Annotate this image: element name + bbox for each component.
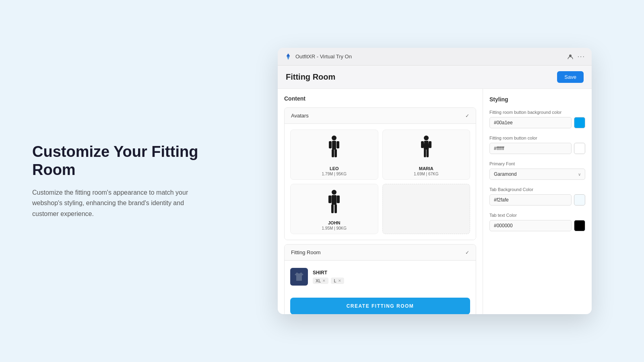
tab-text-color-field: Tab text Color <box>489 213 585 231</box>
font-chevron-icon: ∨ <box>578 172 581 177</box>
avatar-figure-john <box>326 189 342 217</box>
fitting-room-body: SHIRT XL ✕ L ✕ <box>285 261 476 293</box>
app-logo-icon <box>284 53 292 61</box>
avatar-card-john[interactable]: JOHN 1.95M | 90KG <box>290 184 378 234</box>
save-button[interactable]: Save <box>557 71 584 83</box>
svg-rect-3 <box>329 141 332 148</box>
avatar-card-maria[interactable]: MARIA 1.69M | 67KG <box>382 130 471 180</box>
fitting-room-chevron-icon: ✓ <box>465 250 469 255</box>
btn-color-label: Fitting room button color <box>489 136 585 140</box>
avatars-accordion: Avatars ✓ <box>284 107 476 240</box>
tab-bg-color-input[interactable] <box>489 194 572 206</box>
svg-rect-5 <box>332 149 334 157</box>
main-area: Content Avatars ✓ <box>278 89 592 314</box>
remove-size-xl-icon[interactable]: ✕ <box>322 279 326 283</box>
shirt-label: SHIRT <box>313 270 344 276</box>
title-bar-left: OutfitXR - Virtual Try On <box>284 53 352 61</box>
avatar-name-john: JOHN <box>328 220 341 225</box>
svg-rect-11 <box>426 149 429 157</box>
fitting-room-header: Fitting Room Save <box>278 66 592 89</box>
create-fitting-room-button[interactable]: CREATE FITTING ROOM <box>290 298 470 314</box>
btn-bg-color-input-row <box>489 117 585 128</box>
tab-bg-color-swatch[interactable] <box>574 194 585 206</box>
tab-bg-color-field: Tab Background Color <box>489 187 585 206</box>
page-heading: Customize Your Fitting Room <box>32 143 201 179</box>
size-tag-l[interactable]: L ✕ <box>331 278 344 284</box>
btn-bg-color-input[interactable] <box>489 117 572 128</box>
svg-rect-10 <box>424 149 426 157</box>
svg-rect-4 <box>336 141 339 148</box>
primary-font-label: Primary Font <box>489 161 585 166</box>
avatar-card-leo[interactable]: LEO 1.79M | 95KG <box>290 130 378 180</box>
shirt-icon <box>293 271 305 282</box>
avatar-name-maria: MARIA <box>419 166 433 171</box>
svg-rect-9 <box>429 141 431 148</box>
btn-bg-color-swatch[interactable] <box>574 117 585 128</box>
fitting-room-accordion: Fitting Room ✓ SHIRT <box>284 244 476 314</box>
styling-section-label: Styling <box>489 96 585 103</box>
tab-text-color-swatch[interactable] <box>574 220 585 231</box>
content-section-label: Content <box>284 95 476 102</box>
primary-font-field: Primary Font Garamond ∨ <box>489 161 585 180</box>
avatar-name-leo: LEO <box>330 166 339 171</box>
tab-text-color-input[interactable] <box>489 220 572 231</box>
tab-bg-color-input-row <box>489 194 585 206</box>
svg-rect-15 <box>337 195 340 203</box>
svg-point-12 <box>332 190 336 195</box>
avatar-stats-john: 1.95M | 90KG <box>322 226 347 230</box>
fitting-room-accordion-title: Fitting Room <box>291 249 321 255</box>
avatar-stats-maria: 1.69M | 67KG <box>414 172 439 176</box>
shirt-thumbnail <box>290 268 308 286</box>
btn-color-input[interactable] <box>489 143 572 154</box>
styling-panel: Styling Fitting room button background c… <box>483 89 592 314</box>
avatar-grid: LEO 1.79M | 95KG <box>290 130 470 234</box>
user-icon[interactable] <box>567 53 574 60</box>
content-panel: Content Avatars ✓ <box>278 89 483 314</box>
svg-rect-2 <box>332 141 336 150</box>
btn-bg-color-field: Fitting room button background color <box>489 110 585 128</box>
btn-color-field: Fitting room button color <box>489 136 585 154</box>
avatars-chevron-icon: ✓ <box>465 113 469 119</box>
svg-rect-16 <box>331 204 334 213</box>
svg-point-1 <box>332 136 336 140</box>
shirt-info: SHIRT XL ✕ L ✕ <box>313 270 344 284</box>
avatar-figure-leo <box>326 135 342 163</box>
avatar-stats-leo: 1.79M | 95KG <box>322 172 347 176</box>
svg-rect-17 <box>334 204 337 213</box>
left-panel: Customize Your Fitting Room Customize th… <box>0 119 225 243</box>
tab-bg-color-label: Tab Background Color <box>489 187 585 192</box>
font-select-row[interactable]: Garamond ∨ <box>489 169 585 180</box>
title-bar-actions: ··· <box>567 53 585 60</box>
avatars-accordion-header[interactable]: Avatars ✓ <box>285 108 476 124</box>
tab-text-color-label: Tab text Color <box>489 213 585 218</box>
btn-bg-color-label: Fitting room button background color <box>489 110 585 115</box>
app-title: OutfitXR - Virtual Try On <box>295 53 352 60</box>
remove-size-l-icon[interactable]: ✕ <box>338 279 341 283</box>
size-l-label: L <box>334 278 336 283</box>
create-btn-wrapper: CREATE FITTING ROOM <box>285 293 476 314</box>
svg-point-7 <box>424 136 429 140</box>
avatar-figure-maria <box>418 135 434 163</box>
shirt-row: SHIRT XL ✕ L ✕ <box>290 265 470 289</box>
avatars-title: Avatars <box>291 113 309 119</box>
fitting-room-title: Fitting Room <box>286 72 335 82</box>
font-select-value: Garamond <box>494 171 578 177</box>
more-options-icon[interactable]: ··· <box>578 53 585 60</box>
page-description: Customize the fitting room's appearance … <box>32 187 201 219</box>
size-tag-xl[interactable]: XL ✕ <box>313 278 328 284</box>
svg-rect-8 <box>421 141 424 148</box>
avatars-body: LEO 1.79M | 95KG <box>285 124 476 240</box>
avatar-card-empty <box>382 184 471 234</box>
svg-rect-14 <box>328 195 332 203</box>
svg-rect-13 <box>332 195 336 205</box>
svg-rect-6 <box>334 149 337 157</box>
btn-color-swatch[interactable] <box>574 143 585 154</box>
tab-text-color-input-row <box>489 220 585 231</box>
title-bar: OutfitXR - Virtual Try On ··· <box>278 48 592 66</box>
right-panel: OutfitXR - Virtual Try On ··· Fitting Ro… <box>225 48 644 314</box>
fitting-room-accordion-header[interactable]: Fitting Room ✓ <box>285 245 476 261</box>
size-tags: XL ✕ L ✕ <box>313 278 344 284</box>
btn-color-input-row <box>489 143 585 154</box>
size-xl-label: XL <box>316 278 321 283</box>
app-window: OutfitXR - Virtual Try On ··· Fitting Ro… <box>278 48 592 314</box>
